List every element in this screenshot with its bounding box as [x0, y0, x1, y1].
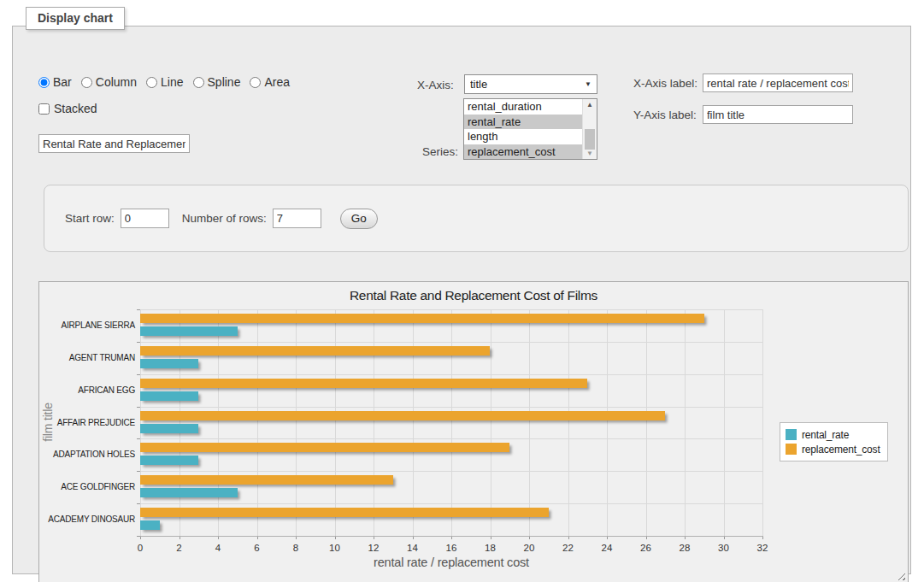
resize-handle-icon[interactable]: [897, 572, 905, 580]
bar-replacement_cost: [140, 443, 509, 452]
x-tick-label: 20: [516, 543, 542, 553]
x-tick-label: 18: [478, 543, 503, 553]
gridline-v: [140, 309, 141, 536]
x-axis-line: [140, 536, 763, 537]
bar-rental_rate: [140, 456, 198, 465]
chevron-down-icon: ▼: [585, 80, 591, 88]
legend-swatch: [786, 429, 797, 440]
x-tick-label: 24: [594, 543, 620, 553]
display-chart-panel: BarColumnLineSplineArea Stacked X-Axis: …: [12, 26, 911, 574]
num-rows-label: Number of rows:: [182, 212, 267, 225]
gridline-h: [140, 503, 762, 504]
bar-replacement_cost: [140, 508, 549, 517]
gridline-v: [685, 309, 686, 536]
y-tick-mark: [137, 374, 140, 375]
panel-legend-tab: Display chart: [26, 7, 125, 30]
gridline-v: [529, 309, 530, 536]
x-axis-label-input[interactable]: [703, 73, 853, 92]
gridline-v: [180, 309, 180, 536]
y-axis-label-label: Y-Axis label:: [633, 109, 697, 121]
gridline-v: [451, 309, 452, 536]
x-tick-label: 28: [672, 543, 697, 553]
gridline-h: [140, 342, 762, 343]
chart-type-spline-radio[interactable]: [193, 77, 204, 88]
category-label: AFFAIR PREJUDICE: [39, 418, 135, 427]
chart-title: Rental Rate and Replacement Cost of Film…: [39, 288, 908, 303]
gridline-v: [607, 309, 608, 536]
category-label: AFRICAN EGG: [39, 385, 135, 395]
stacked-checkbox-row[interactable]: Stacked: [38, 102, 97, 115]
series-option-length[interactable]: length: [464, 129, 582, 144]
x-tick-label: 16: [438, 543, 464, 553]
start-row-input[interactable]: [121, 209, 169, 228]
chart-type-group: BarColumnLineSplineArea: [38, 75, 299, 89]
chart-type-column[interactable]: Column: [81, 75, 137, 89]
series-option-replacement_cost[interactable]: replacement_cost: [464, 144, 582, 160]
chart-type-bar[interactable]: Bar: [38, 75, 72, 89]
y-axis-label-input[interactable]: [703, 105, 853, 124]
x-tick-label: 6: [244, 543, 270, 553]
series-scrollbar[interactable]: ▲ ▼: [582, 99, 597, 159]
gridline-h: [140, 407, 762, 408]
go-button[interactable]: Go: [340, 209, 378, 229]
x-tick-label: 8: [283, 543, 309, 553]
bar-replacement_cost: [140, 379, 587, 388]
stacked-checkbox[interactable]: [38, 103, 50, 115]
x-tick-label: 30: [711, 543, 737, 553]
page: BarColumnLineSplineArea Stacked X-Axis: …: [0, 0, 924, 582]
chart-title-input[interactable]: [38, 134, 190, 153]
chart-type-area-radio[interactable]: [250, 77, 261, 88]
y-tick-mark: [137, 309, 140, 310]
chart-type-line-radio[interactable]: [146, 77, 157, 88]
gridline-h: [140, 309, 762, 310]
gridline-v: [491, 309, 491, 536]
chart-type-line[interactable]: Line: [146, 75, 183, 89]
gridline-h: [140, 374, 762, 375]
num-rows-input[interactable]: [273, 209, 321, 228]
series-options: rental_durationrental_ratelengthreplacem…: [464, 99, 582, 159]
y-tick-mark: [137, 342, 140, 343]
bar-rental_rate: [140, 326, 238, 336]
scrollbar-track[interactable]: [583, 110, 597, 148]
x-tick-label: 0: [127, 543, 153, 553]
stacked-label: Stacked: [54, 102, 97, 115]
legend-label: rental_rate: [802, 429, 849, 441]
series-option-rental_duration[interactable]: rental_duration: [464, 99, 582, 115]
legend-item-replacement_cost: replacement_cost: [786, 442, 880, 456]
bar-rental_rate: [140, 391, 198, 401]
series-listbox[interactable]: rental_durationrental_ratelengthreplacem…: [463, 98, 597, 160]
scrollbar-thumb[interactable]: [585, 129, 595, 150]
x-tick-label: 10: [322, 543, 348, 553]
gridline-h: [140, 471, 762, 472]
chart-type-area[interactable]: Area: [250, 75, 290, 89]
gridline-v: [335, 309, 336, 536]
legend-item-rental_rate: rental_rate: [786, 427, 880, 442]
bar-replacement_cost: [140, 475, 393, 485]
y-tick-mark: [137, 471, 140, 472]
bar-rental_rate: [140, 520, 160, 530]
chart: Rental Rate and Replacement Cost of Film…: [38, 281, 909, 582]
chart-type-label: Column: [96, 75, 137, 89]
gridline-v: [296, 309, 297, 536]
start-row-label: Start row:: [65, 212, 115, 225]
legend-label: replacement_cost: [802, 444, 880, 456]
y-tick-mark: [137, 438, 140, 439]
chart-legend: rental_ratereplacement_cost: [780, 422, 888, 461]
x-axis-label-label: X-Axis label:: [633, 77, 697, 90]
x-axis-select[interactable]: title ▼: [464, 74, 597, 94]
series-option-rental_rate[interactable]: rental_rate: [464, 115, 582, 130]
y-tick-mark: [137, 407, 140, 408]
bar-replacement_cost: [140, 411, 665, 420]
chart-type-bar-radio[interactable]: [38, 77, 50, 88]
gridline-v: [374, 309, 374, 536]
gridline-v: [218, 309, 219, 536]
x-tick-label: 4: [205, 543, 231, 553]
chart-type-spline[interactable]: Spline: [193, 75, 241, 89]
bar-replacement_cost: [140, 314, 704, 323]
gridline-v: [762, 309, 763, 536]
bar-rental_rate: [140, 359, 198, 368]
scroll-up-icon[interactable]: ▲: [583, 99, 597, 110]
bar-rental_rate: [140, 488, 238, 497]
category-label: ACADEMY DINOSAUR: [39, 514, 135, 524]
chart-type-column-radio[interactable]: [81, 77, 92, 88]
